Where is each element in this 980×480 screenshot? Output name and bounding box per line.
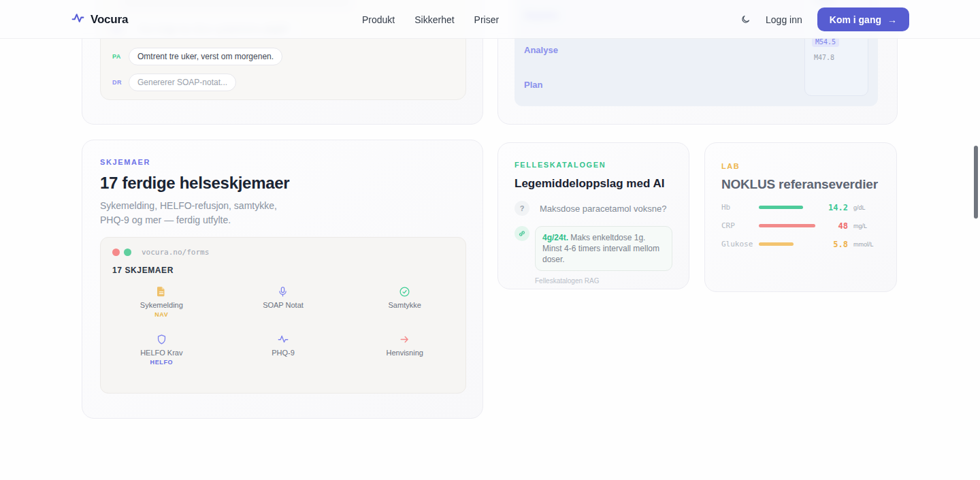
card-eyebrow: FELLESKATALOGEN [514, 161, 672, 169]
lab-bar-track [759, 206, 827, 209]
answer-row: 4g/24t. Maks enkeltdose 1g. Minst 4-6 ti… [514, 226, 672, 271]
browser-mockup: vocura.no/forms 17 SKJEMAER Sykemelding … [100, 237, 466, 394]
card-title: Legemiddeloppslag med AI [514, 177, 672, 191]
pulse-logo-icon [71, 11, 85, 28]
medication-lookup-card: FELLESKATALOGEN Legemiddeloppslag med AI… [497, 142, 689, 289]
lab-value: 48 [827, 221, 848, 231]
form-item-badge: NAV [154, 311, 168, 318]
answer-box: 4g/24t. Maks enkeltdose 1g. Minst 4-6 ti… [535, 226, 672, 271]
chat-bubble: Omtrent tre uker, verst om morgenen. [129, 48, 282, 65]
nav-item-priser[interactable]: Priser [474, 14, 500, 25]
card-title: 17 ferdige helseskjemaer [100, 174, 465, 193]
question-row: ? Maksdose paracetamol voksne? [514, 201, 672, 216]
form-item-samtykke: Samtykke [344, 283, 466, 331]
lab-reference-card: LAB NOKLUS referanseverdier Hb 14.2 g/dL… [704, 142, 897, 292]
get-started-button[interactable]: Kom i gang → [817, 7, 909, 31]
header-actions: Logg inn Kom i gang → [740, 0, 909, 39]
lab-bar-track [759, 224, 827, 227]
address-bar-url: vocura.no/forms [142, 248, 209, 257]
answer-highlight: 4g/24t. [542, 233, 568, 242]
forms-feature-card: SKJEMAER 17 ferdige helseskjemaer Sykeme… [82, 140, 483, 419]
lab-value: 14.2 [827, 203, 848, 212]
nav-item-produkt[interactable]: Produkt [362, 14, 395, 25]
lab-unit: mmol/L [853, 241, 874, 248]
mic-icon [277, 285, 289, 298]
lab-bar [759, 206, 803, 209]
main-nav: Produkt Sikkerhet Priser [362, 0, 499, 39]
check-circle-icon [399, 285, 410, 298]
speaker-label: DR [112, 74, 129, 86]
speaker-label: PA [112, 48, 129, 60]
form-item-label: HELFO Krav [140, 349, 182, 357]
form-item-label: SOAP Notat [263, 301, 304, 309]
brand-logo[interactable]: Vocura [71, 0, 128, 39]
card-title: NOKLUS referanseverdier [721, 177, 880, 192]
nav-item-sikkerhet[interactable]: Sikkerhet [414, 14, 454, 25]
soap-section-label: Plan [524, 80, 542, 90]
question-text: Maksdose paracetamol voksne? [540, 201, 666, 216]
window-zoom-dot [124, 249, 131, 256]
browser-titlebar: vocura.no/forms [101, 238, 466, 257]
lab-value: 5.8 [827, 240, 848, 249]
form-item-sykemelding: Sykemelding NAV [101, 283, 223, 331]
forms-count-heading: 17 SKJEMAER [112, 266, 466, 275]
form-item-helfo-krav: HELFO Krav HELFO [101, 331, 223, 379]
soap-section-label: Analyse [524, 45, 558, 55]
lab-bar [759, 224, 815, 227]
lab-unit: mg/L [853, 223, 867, 229]
form-item-label: Henvisning [386, 349, 423, 357]
form-item-badge: HELFO [150, 359, 174, 366]
chat-message: PA Omtrent tre uker, verst om morgenen. [101, 48, 466, 65]
landing-page: DR Hvor lenge har disse symptomene pågåt… [0, 0, 980, 480]
card-subtitle-line: PHQ-9 og mer — ferdig utfylte. [100, 213, 465, 227]
lab-test-label: CRP [721, 221, 759, 230]
question-icon: ? [514, 201, 529, 216]
chat-bubble: Genererer SOAP-notat... [129, 74, 236, 91]
source-note: Felleskatalogen RAG [535, 277, 672, 285]
form-item-label: Samtykke [389, 301, 421, 309]
lab-row-crp: CRP 48 mg/L [721, 217, 880, 235]
scrollbar-thumb[interactable] [974, 146, 978, 219]
lab-unit: g/dL [853, 204, 866, 211]
form-item-soap-notat: SOAP Notat [223, 283, 344, 331]
form-item-label: Sykemelding [140, 301, 183, 309]
lab-row-glukose: Glukose 5.8 mmol/L [721, 235, 880, 253]
chat-message: DR Genererer SOAP-notat... [101, 74, 466, 91]
arrow-right-icon [399, 332, 410, 346]
card-eyebrow: SKJEMAER [100, 158, 465, 166]
lab-bar-track [759, 242, 827, 246]
lab-row-hb: Hb 14.2 g/dL [721, 198, 880, 217]
lab-bar [759, 242, 794, 246]
shield-icon [156, 332, 167, 346]
icd-code: M47.8 [814, 54, 834, 61]
cta-label: Kom i gang [830, 14, 881, 25]
form-item-phq9: PHQ-9 [223, 331, 344, 379]
arrow-right-icon: → [887, 14, 897, 25]
card-eyebrow: LAB [721, 162, 880, 170]
moon-icon[interactable] [740, 14, 751, 25]
form-item-henvisning: Henvisning [344, 331, 466, 379]
lab-test-label: Hb [721, 203, 759, 212]
brand-name: Vocura [91, 13, 128, 27]
file-icon [155, 285, 167, 298]
link-icon [514, 226, 529, 241]
lab-test-label: Glukose [721, 240, 759, 249]
login-link[interactable]: Logg inn [766, 14, 802, 25]
pulse-icon [277, 332, 289, 346]
card-subtitle-line: Sykemelding, HELFO-refusjon, samtykke, [100, 199, 465, 213]
site-header: Vocura Produkt Sikkerhet Priser Logg inn… [0, 0, 980, 39]
forms-grid: Sykemelding NAV SOAP Notat Samtykke [101, 283, 466, 379]
form-item-label: PHQ-9 [272, 349, 295, 357]
window-close-dot [112, 249, 120, 256]
